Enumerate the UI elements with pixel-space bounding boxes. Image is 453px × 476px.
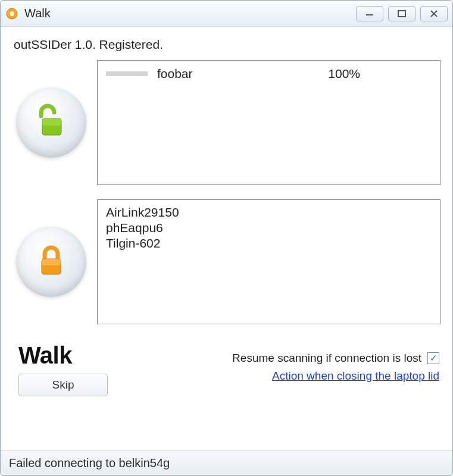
svg-rect-5 bbox=[42, 118, 61, 126]
unlocked-icon bbox=[33, 103, 70, 142]
open-networks-panel[interactable]: foobar100% bbox=[97, 60, 440, 185]
secured-networks-panel[interactable]: AirLink29150phEaqpu6Tilgin-602 bbox=[97, 199, 440, 324]
svg-point-1 bbox=[10, 11, 14, 16]
network-row[interactable]: foobar100% bbox=[106, 65, 432, 82]
signal-percent: 100% bbox=[328, 67, 360, 81]
skip-button-label: Skip bbox=[52, 378, 74, 392]
window-controls bbox=[356, 6, 448, 21]
lid-action-link[interactable]: Action when closing the laptop lid bbox=[272, 369, 439, 383]
signal-bar bbox=[106, 71, 148, 76]
titlebar[interactable]: Walk bbox=[1, 1, 452, 27]
app-icon bbox=[5, 7, 18, 20]
resume-label: Resume scanning if connection is lost bbox=[232, 352, 421, 365]
window-title: Walk bbox=[24, 7, 51, 20]
secured-network-item[interactable]: phEaqpu6 bbox=[106, 220, 432, 236]
bottom-controls: Walk Skip Resume scanning if connection … bbox=[13, 339, 440, 405]
skip-button[interactable]: Skip bbox=[18, 374, 108, 396]
locked-icon bbox=[33, 242, 70, 281]
app-window: Walk outSSIDer 1.0. Registered. bbox=[0, 0, 453, 476]
open-lock-orb bbox=[16, 87, 86, 158]
maximize-button[interactable] bbox=[388, 6, 415, 21]
close-button[interactable] bbox=[420, 6, 448, 21]
status-text: Failed connecting to belkin54g bbox=[9, 456, 170, 470]
svg-rect-7 bbox=[42, 259, 61, 265]
resume-option: Resume scanning if connection is lost ✓ bbox=[232, 352, 439, 365]
secured-network-item[interactable]: AirLink29150 bbox=[106, 205, 432, 220]
secured-network-item[interactable]: Tilgin-602 bbox=[106, 236, 432, 251]
resume-checkbox[interactable]: ✓ bbox=[427, 352, 439, 364]
statusbar: Failed connecting to belkin54g bbox=[1, 450, 452, 475]
registration-text: outSSIDer 1.0. Registered. bbox=[14, 37, 440, 52]
secured-networks-row: AirLink29150phEaqpu6Tilgin-602 bbox=[13, 199, 440, 324]
client-area: outSSIDer 1.0. Registered. foobar100% bbox=[1, 27, 452, 450]
action-label: Walk bbox=[18, 342, 108, 369]
svg-rect-3 bbox=[398, 11, 405, 17]
svg-rect-2 bbox=[366, 14, 373, 15]
secured-lock-orb bbox=[16, 227, 86, 297]
open-networks-row: foobar100% bbox=[13, 60, 440, 185]
minimize-button[interactable] bbox=[356, 6, 383, 21]
options-column: Resume scanning if connection is lost ✓ … bbox=[232, 342, 439, 383]
network-name: foobar bbox=[157, 67, 288, 81]
